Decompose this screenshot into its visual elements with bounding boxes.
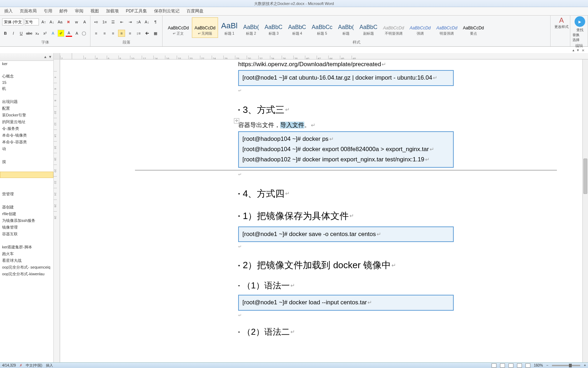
- nav-item[interactable]: 出现问题: [0, 98, 53, 105]
- nav-item[interactable]: oop完全分布式-kiwenlau: [0, 271, 53, 277]
- shading-icon[interactable]: 🡨: [143, 30, 151, 37]
- font-size-select[interactable]: [25, 18, 39, 25]
- strike-icon[interactable]: abc: [26, 30, 32, 37]
- enclose-char-icon[interactable]: ⃝: [82, 30, 88, 37]
- decrease-indent-icon[interactable]: ⇤: [118, 18, 125, 25]
- style-item[interactable]: AaBbCcDd↵ 正文: [165, 17, 191, 38]
- nav-item[interactable]: 动: [0, 145, 53, 152]
- text-direction-icon[interactable]: ↕A: [135, 18, 142, 25]
- style-item[interactable]: AaBbC标题 4: [286, 17, 308, 38]
- style-item[interactable]: AaBl标题 1: [219, 17, 240, 38]
- find-circle-icon[interactable]: ▶: [575, 16, 585, 27]
- char-border-icon[interactable]: A: [81, 18, 88, 25]
- nav-down-icon[interactable]: ▼: [48, 55, 52, 59]
- horizontal-ruler[interactable]: 2246810121416182022242628303234363840424…: [60, 53, 588, 59]
- nav-item[interactable]: ker: [0, 61, 53, 67]
- shrink-font-icon[interactable]: A↓: [48, 18, 55, 25]
- ribbon-tab[interactable]: 保存到云笔记: [151, 7, 183, 16]
- nav-prev-icon[interactable]: ▲: [572, 48, 575, 52]
- table-anchor-icon[interactable]: ✛: [234, 118, 239, 123]
- nav-up-icon[interactable]: ▲: [43, 55, 47, 59]
- borders-icon[interactable]: ▦: [152, 30, 159, 37]
- language-status[interactable]: 中文(中国): [26, 363, 42, 368]
- ribbon-tab[interactable]: 邮件: [56, 7, 71, 16]
- nav-item[interactable]: 的阿里云地址: [0, 119, 53, 125]
- font-color-icon[interactable]: A: [66, 30, 72, 37]
- zoom-in-icon[interactable]: +: [584, 363, 586, 367]
- text-effects-icon[interactable]: A: [50, 30, 56, 37]
- zoom-out-icon[interactable]: −: [546, 363, 548, 367]
- style-item[interactable]: AaBbC标题 3: [262, 17, 285, 38]
- bold-icon[interactable]: B: [2, 30, 8, 37]
- align-left-icon[interactable]: ≡: [93, 30, 100, 37]
- style-item[interactable]: AaBbCc标题 5: [309, 17, 335, 38]
- ribbon-tab[interactable]: 审阅: [71, 7, 87, 16]
- grow-font-icon[interactable]: A↑: [40, 18, 47, 25]
- nav-close-icon[interactable]: ✕: [582, 48, 584, 52]
- nav-item[interactable]: 装Docker引擎: [0, 112, 53, 119]
- nav-item[interactable]: 摸: [0, 159, 53, 165]
- style-item[interactable]: AaBb(标题: [336, 17, 356, 38]
- scrollbar-thumb[interactable]: [583, 159, 587, 194]
- ribbon-tab[interactable]: 百度网盘: [183, 7, 207, 16]
- ribbon-tab[interactable]: 引用: [40, 7, 56, 16]
- outline-view[interactable]: [517, 363, 522, 368]
- italic-icon[interactable]: I: [10, 30, 16, 37]
- ribbon-tab[interactable]: PDF工具集: [122, 7, 151, 16]
- nav-item[interactable]: 令-服务类: [0, 125, 53, 132]
- sort-icon[interactable]: A↓: [143, 18, 151, 25]
- reading-view[interactable]: [500, 363, 505, 368]
- nav-item[interactable]: 配置: [0, 105, 53, 112]
- increase-indent-icon[interactable]: ⇥: [127, 18, 134, 25]
- change-case-icon[interactable]: Aa: [57, 18, 63, 25]
- style-item[interactable]: AaBbCcDd要点: [460, 17, 486, 38]
- zoom-slider[interactable]: [552, 365, 580, 366]
- style-item[interactable]: AaBbC副标题: [357, 17, 380, 38]
- replace-button[interactable]: 替换: [572, 33, 587, 38]
- char-shading-icon[interactable]: A: [74, 30, 80, 37]
- nav-item[interactable]: 跑火车: [0, 251, 53, 257]
- multilevel-icon[interactable]: ☰: [110, 18, 117, 25]
- nav-item[interactable]: 为镜像添加ssh服务: [0, 217, 53, 224]
- nav-item[interactable]: oop完全分布式- sequenceiq: [0, 264, 53, 271]
- nav-item[interactable]: 容器互联: [0, 231, 53, 237]
- nav-item[interactable]: [0, 172, 53, 178]
- phonetic-icon[interactable]: ᴡ: [73, 18, 80, 25]
- web-view[interactable]: [508, 363, 513, 368]
- ribbon-tab[interactable]: 页面布局: [16, 7, 40, 16]
- nav-next-icon[interactable]: ▼: [576, 48, 580, 52]
- spell-check-icon[interactable]: ✗: [19, 363, 22, 367]
- ribbon-tab[interactable]: 加载项: [102, 7, 122, 16]
- styles-gallery[interactable]: AaBbCcDd↵ 正文AaBbCcDd↵ 无间隔AaBl标题 1AaBb(标题…: [165, 16, 548, 39]
- font-family-select[interactable]: [2, 18, 23, 25]
- highlight-icon[interactable]: ✐: [58, 30, 64, 37]
- insert-mode[interactable]: 插入: [46, 363, 53, 368]
- underline-icon[interactable]: U: [18, 30, 24, 37]
- ribbon-tab[interactable]: 插入: [1, 7, 16, 16]
- align-right-icon[interactable]: ≡: [110, 30, 117, 37]
- justify-icon[interactable]: ≡: [118, 30, 125, 37]
- select-button[interactable]: 选择: [572, 38, 587, 42]
- ribbon-tab[interactable]: 视图: [87, 7, 102, 16]
- bullets-icon[interactable]: •≡: [93, 18, 100, 25]
- vertical-ruler[interactable]: 46810121416182022242628: [54, 59, 60, 362]
- line-spacing-icon[interactable]: ↕≡: [135, 30, 142, 37]
- nav-item[interactable]: 本命令-容器类: [0, 139, 53, 145]
- style-item[interactable]: AaBbCcDd不明显强调: [381, 17, 406, 38]
- nav-item[interactable]: 心概念: [0, 73, 53, 80]
- numbering-icon[interactable]: 1≡: [101, 18, 108, 25]
- style-item[interactable]: AaBbCcDd明显强调: [434, 17, 460, 38]
- nav-item[interactable]: 器创建: [0, 204, 53, 211]
- find-button[interactable]: 查找: [572, 28, 587, 33]
- nav-item[interactable]: 营管理: [0, 191, 53, 197]
- subscript-icon[interactable]: x₂: [34, 30, 40, 37]
- vertical-scrollbar[interactable]: [582, 59, 588, 362]
- nav-item[interactable]: 15: [0, 80, 53, 85]
- nav-item[interactable]: ker搭建集群-脚本: [0, 244, 53, 251]
- align-center-icon[interactable]: ≡: [101, 30, 108, 37]
- nav-item[interactable]: rfile创建: [0, 211, 53, 217]
- clear-format-icon[interactable]: ✖: [65, 18, 72, 25]
- superscript-icon[interactable]: x²: [42, 30, 48, 37]
- document-scroll[interactable]: https://wiki.openvz.org/Download/templat…: [60, 59, 582, 362]
- style-item[interactable]: AaBbCcDd↵ 无间隔: [192, 17, 218, 38]
